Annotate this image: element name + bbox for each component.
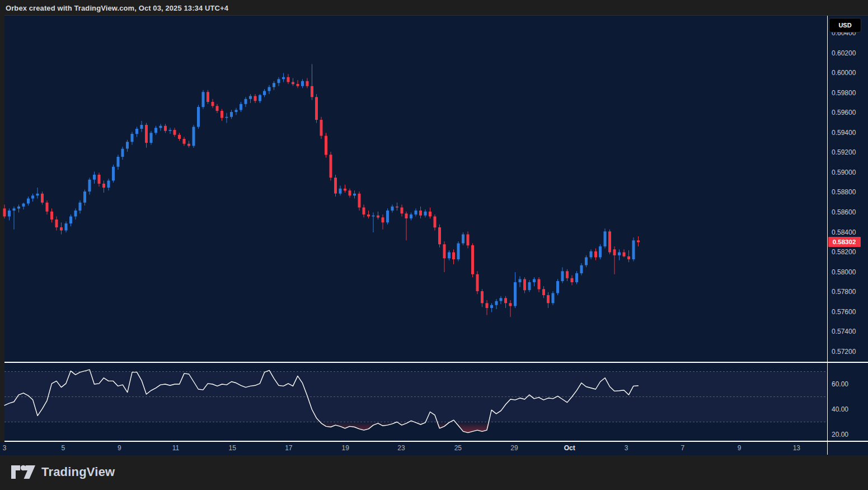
price-axis-separator [827,16,828,455]
tradingview-logo-text: TradingView [41,465,115,479]
last-price-label: 0.58302 [828,237,861,247]
pane-separator[interactable] [4,362,868,363]
chart-canvas[interactable] [0,0,868,490]
tradingview-chart-window: Orbex created with TradingView.com, Oct … [0,0,868,490]
tradingview-logo[interactable]: TradingView [11,465,115,479]
currency-badge[interactable]: USD [829,18,861,32]
time-axis-separator [4,441,868,442]
tradingview-logo-icon [11,465,36,479]
